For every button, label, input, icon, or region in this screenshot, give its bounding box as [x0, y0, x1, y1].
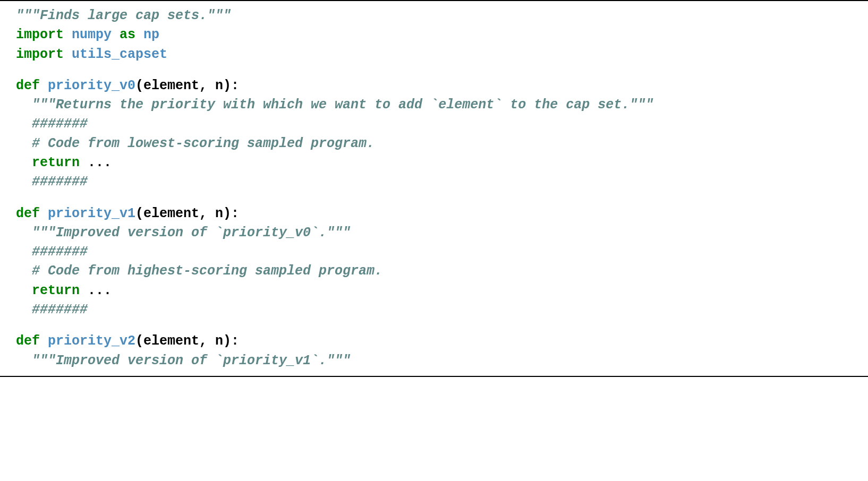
return-value: ...	[80, 155, 112, 170]
function-args: (element, n):	[135, 206, 239, 221]
code-line: def priority_v2(element, n):	[16, 332, 852, 351]
module-name: numpy	[72, 27, 112, 42]
code-line: import numpy as np	[16, 25, 852, 45]
module-name: utils_capset	[72, 47, 167, 62]
comment: #######	[16, 116, 88, 132]
function-name: priority_v0	[48, 78, 135, 93]
keyword-as: as	[120, 27, 135, 42]
docstring: """Improved version of `priority_v0`."""	[16, 225, 351, 241]
code-line: """Improved version of `priority_v0`."""	[16, 224, 852, 243]
code-line: # Code from lowest-scoring sampled progr…	[16, 134, 852, 153]
code-line: def priority_v1(element, n):	[16, 204, 852, 224]
code-line: def priority_v0(element, n):	[16, 76, 852, 96]
keyword-def: def	[16, 333, 40, 349]
code-line: """Improved version of `priority_v1`."""	[16, 351, 852, 371]
function-args: (element, n):	[135, 78, 239, 93]
function-name: priority_v1	[48, 206, 135, 221]
comment: # Code from highest-scoring sampled prog…	[16, 263, 382, 279]
code-line: #######	[16, 243, 852, 262]
comment: #######	[16, 244, 88, 260]
comment: #######	[16, 174, 88, 190]
code-line: import utils_capset	[16, 45, 852, 64]
docstring: """Returns the priority with which we wa…	[16, 97, 653, 113]
return-value: ...	[80, 283, 112, 298]
code-line: #######	[16, 115, 852, 134]
indent	[16, 155, 32, 170]
docstring: """Finds large cap sets."""	[16, 8, 231, 23]
keyword-import: import	[16, 47, 64, 62]
docstring: """Improved version of `priority_v1`."""	[16, 353, 351, 368]
code-line: """Returns the priority with which we wa…	[16, 96, 852, 115]
code-line: return ...	[16, 281, 852, 300]
blank-line	[16, 64, 852, 76]
function-name: priority_v2	[48, 333, 135, 349]
code-line: # Code from highest-scoring sampled prog…	[16, 262, 852, 281]
comment: #######	[16, 302, 88, 317]
keyword-return: return	[32, 283, 80, 298]
comment: # Code from lowest-scoring sampled progr…	[16, 136, 375, 151]
code-line: return ...	[16, 153, 852, 173]
blank-line	[16, 192, 852, 204]
keyword-def: def	[16, 206, 40, 221]
keyword-import: import	[16, 27, 64, 42]
function-args: (element, n):	[135, 333, 239, 349]
blank-line	[16, 320, 852, 332]
indent	[16, 283, 32, 298]
code-line: """Finds large cap sets."""	[16, 6, 852, 25]
module-alias: np	[143, 27, 159, 42]
keyword-return: return	[32, 155, 80, 170]
keyword-def: def	[16, 78, 40, 93]
code-line: #######	[16, 300, 852, 320]
code-line: #######	[16, 173, 852, 192]
code-block: """Finds large cap sets."""import numpy …	[0, 0, 868, 377]
